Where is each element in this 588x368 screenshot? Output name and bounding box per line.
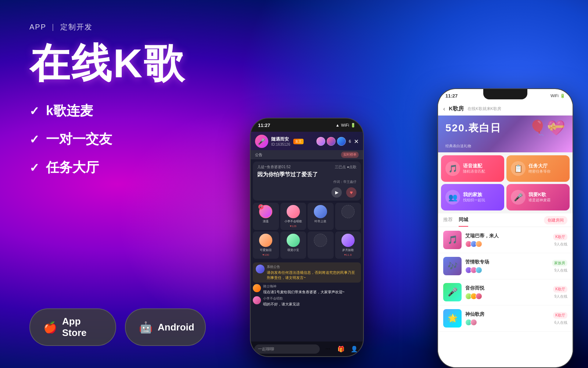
p2-wifi-icon: WiFi [551, 93, 559, 98]
p1-user-icon[interactable]: 👤 [349, 344, 359, 354]
check-icon-2: ✓ [29, 132, 39, 146]
p1-singer-name-1: 清遥 [263, 219, 269, 223]
features-list: ✓ k歌连麦 ✓ 一对一交友 ✓ 任务大厅 [29, 102, 206, 177]
p2-tabs: 推荐 同城 创建房间 [438, 213, 573, 227]
p1-song-author: 作词：帝王鑫仔 [257, 180, 356, 184]
p1-announcement-bar: 公告 实时榜单 [251, 150, 363, 159]
p1-user-content-2: 小李不会唱歌 唱的不好，请大家见谅 [263, 296, 300, 307]
phone-1-time: 11:27 [258, 123, 270, 128]
p1-singer-slot-1: 🎤 清遥 [253, 203, 279, 230]
phone-2-notch [483, 89, 527, 99]
p1-singer-avatar-2 [287, 205, 300, 218]
p1-singer-avatar-8 [341, 234, 355, 247]
p1-singer-name-5: 可爱如旧 [260, 248, 272, 252]
p1-system-text: 请勿发布任何违法违规信息，否则将追究您的民事乃至刑事责任，请文明发言~ [267, 270, 358, 280]
p2-back-icon[interactable]: ‹ [443, 106, 445, 112]
p1-user-name-2: 小李不会唱歌 [263, 296, 300, 301]
p2-card-family[interactable]: 👥 我的家族 找组织一起玩 [441, 184, 504, 210]
p2-banner: 520.表白日 经典表白送礼物 🎈💝 [438, 116, 573, 152]
p1-singer-name-3: 叶市上坐 [315, 219, 326, 223]
p1-singer-likes-2: ♥126 [290, 224, 297, 228]
p1-system-content: 系统公告 请勿发布任何违法违规信息，否则将追究您的民事乃至刑事责任，请文明发言~ [267, 265, 358, 280]
p1-userid: ID:1635126 [271, 142, 290, 146]
p1-song-control-buttons: ▶ ♥ [257, 187, 356, 198]
p2-room-info-4: 神仙歌房 [465, 311, 549, 326]
p2-room-name-2: 苦情歌专场 [465, 259, 548, 265]
p2-room-cover-3: 🎤 [443, 283, 462, 301]
p2-room-right-3: K歌厅 9人在线 [553, 285, 567, 299]
p1-mini-avatar-1 [316, 137, 325, 146]
android-icon: 🤖 [139, 321, 153, 334]
p1-singers-row-1: 🎤 清遥 小李不会唱歌 ♥126 叶市上坐 [253, 203, 361, 230]
p1-singer-slot-6: 萌宠小宝 [280, 231, 306, 259]
p2-task-hall-title: 任务大厅 [528, 163, 551, 169]
p1-singer-avatar-5 [259, 234, 272, 247]
p2-room-online-3: 9人在线 [553, 294, 567, 299]
p1-close-icon[interactable]: ✕ [354, 138, 359, 145]
p2-room-type-4: K歌厅 [553, 312, 567, 319]
p2-room-type-1: K歌厅 [553, 234, 567, 240]
p2-room-item-3[interactable]: 🎤 音你而悦 K歌厅 9人在线 [438, 279, 573, 305]
p1-user-avatar-2 [253, 296, 261, 304]
p2-room-info-3: 音你而悦 [465, 285, 549, 300]
tag-subtitle: 定制开发 [60, 23, 93, 31]
p1-singer-name-6: 萌宠小宝 [287, 248, 299, 252]
p2-banner-sub: 经典表白送礼物 [445, 144, 471, 149]
p2-room-item-4[interactable]: 🌟 神仙歌房 K歌厅 6人在线 [438, 305, 573, 332]
p2-card-task-hall[interactable]: 📋 任务大厅 绝密任务等你 [506, 155, 570, 182]
feature-item-3: ✓ 任务大厅 [29, 159, 206, 177]
p2-voice-match-icon: 🎵 [445, 161, 460, 176]
p2-room-avatars-4 [465, 319, 549, 326]
p1-vip-badge: 女王 [293, 139, 304, 144]
p2-create-room-button[interactable]: 创建房间 [544, 216, 567, 224]
p2-family-icon: 👥 [445, 190, 460, 205]
appstore-button[interactable]: 🍎 App Store [29, 308, 116, 346]
p1-more-icon[interactable]: ··· [323, 344, 333, 354]
p2-room-list: 🎵 艾瑞巴蒂，来人 K歌厅 9 [438, 227, 573, 367]
p1-play-button[interactable]: ▶ [331, 187, 342, 198]
p2-task-hall-icon: 📋 [511, 161, 526, 176]
p1-member-count: 6 [349, 139, 351, 144]
phone-2-status-icons: WiFi 🔋 [551, 93, 565, 98]
p1-user-text-1: 现在请1号麦给我们带来鱼香婆婆，大家掌声欢迎~ [263, 290, 344, 295]
p1-user-name-1: 骑士嗨神 [263, 284, 344, 289]
p2-room-online-1: 9人在线 [553, 242, 567, 247]
p1-bottom-bar: 一起聊聊 ··· 🎁 👤 [251, 342, 363, 356]
p1-singer-avatar-4 [341, 205, 355, 218]
p1-mic-icon-1: 🎤 [258, 204, 263, 209]
p1-song-title: 因为你怕季节过了爱丢了 [257, 171, 356, 178]
p1-username: 随遇而安 [271, 136, 290, 142]
p1-singer-slot-7-empty [308, 231, 334, 259]
p2-room-avatar-2c [476, 267, 482, 273]
p1-chat-input[interactable]: 一起聊聊 [254, 344, 320, 354]
p1-song-controls: 三已点 ●点歌 [335, 164, 356, 170]
p2-room-item-2[interactable]: 🎶 苦情歌专场 家族房 9人在 [438, 253, 573, 279]
p2-room-right-1: K歌厅 9人在线 [553, 233, 567, 247]
p2-nav-title: K歌房 [449, 105, 464, 112]
p1-gift-icon[interactable]: 🎁 [336, 344, 346, 354]
android-label: Android [158, 322, 194, 333]
p2-family-title: 我的家族 [463, 192, 485, 198]
p2-karaoke-icon: 🎤 [511, 190, 526, 205]
phone-1-screen: 🎤 随遇而安 ID:1635126 女王 6 ✕ [251, 132, 363, 356]
tag-app: APP [29, 23, 46, 31]
p2-room-item-1[interactable]: 🎵 艾瑞巴蒂，来人 K歌厅 9 [438, 227, 573, 253]
p2-card-karaoke[interactable]: 🎤 我要K歌 谁是超神麦霸 [506, 184, 570, 210]
p1-rank-button[interactable]: 实时榜单 [341, 152, 359, 158]
p2-tab-nearby[interactable]: 同城 [459, 213, 468, 227]
p1-song-card: 儿徒~鱼香婆婆01:52 三已点 ●点歌 因为你怕季节过了爱丢了 作词：帝王鑫仔… [253, 162, 361, 201]
phone-1-status-icons: ▲ WiFi 🔋 [336, 123, 356, 128]
p2-banner-decoration: 🎈💝 [528, 119, 565, 137]
p2-karaoke-sub: 谁是超神麦霸 [528, 198, 551, 203]
p1-singer-avatar-6 [287, 234, 300, 247]
p2-nav-bar: ‹ K歌房 在线K歌就来K歌房 [438, 102, 573, 116]
p2-battery-icon: 🔋 [560, 93, 565, 98]
p2-card-voice-match[interactable]: 🎵 语音速配 随机语音匹配 [441, 155, 504, 182]
p1-like-button[interactable]: ♥ [346, 187, 356, 198]
phone-2-screen: ‹ K歌房 在线K歌就来K歌房 520.表白日 经典表白送礼物 🎈💝 🎵 [438, 102, 573, 367]
android-button[interactable]: 🤖 Android [125, 308, 206, 346]
p1-system-message: 系统公告 请勿发布任何违法违规信息，否则将追究您的民事乃至刑事责任，请文明发言~ [253, 262, 361, 283]
wifi-icon: ▲ [336, 123, 340, 127]
p2-tab-recommended[interactable]: 推荐 [443, 213, 453, 227]
feature-label-1: k歌连麦 [46, 102, 93, 120]
